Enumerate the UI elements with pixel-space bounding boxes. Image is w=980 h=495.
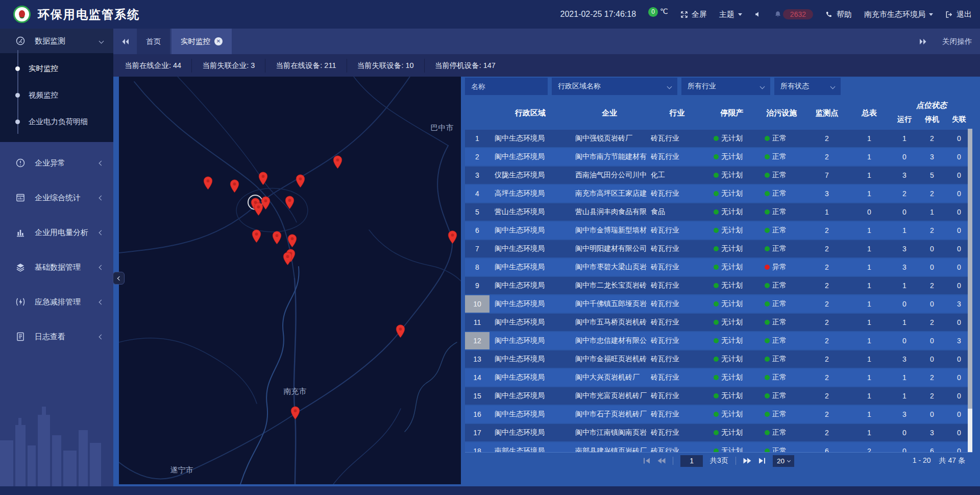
cell-run: 0 xyxy=(891,442,918,452)
close-icon[interactable]: ✕ xyxy=(214,37,223,45)
sidebar-subitem[interactable]: 视频监控 xyxy=(0,82,113,108)
table-row[interactable]: 14阆中生态环境局阆中大兴页岩机砖厂砖瓦行业无计划正常21120 xyxy=(465,369,972,386)
stat-item: 当前停机设备: 147 xyxy=(424,59,506,73)
cell-region: 高坪生态环境局 xyxy=(489,185,571,202)
table-row[interactable]: 17阆中生态环境局阆中市江南镇阆南页岩砖瓦行业无计划正常21030 xyxy=(465,424,972,441)
map-pin-icon[interactable] xyxy=(254,202,263,216)
map-pin-icon[interactable] xyxy=(285,196,295,209)
help-button[interactable]: 帮助 xyxy=(825,10,852,19)
status-dot-icon xyxy=(714,173,719,178)
tabs-scroll-left-button[interactable] xyxy=(113,29,137,54)
status-dot-icon xyxy=(765,338,770,343)
industry-select[interactable]: 所有行业 xyxy=(681,78,770,95)
map-pin-icon[interactable] xyxy=(333,155,342,169)
table-scrollbar[interactable] xyxy=(968,129,972,452)
sidebar-item[interactable]: 企业综合统计 xyxy=(0,184,113,211)
map-pin-icon[interactable] xyxy=(203,176,213,190)
pagination-bar: 1 共3页 20 xyxy=(465,452,972,469)
table-row[interactable]: 9阆中生态环境局阆中市二龙长宝页岩砖砖瓦行业无计划正常21120 xyxy=(465,277,972,294)
chevron-down-icon xyxy=(99,38,104,43)
cell-stop-plan: 无计划 xyxy=(706,277,757,294)
prev-page-button[interactable] xyxy=(657,458,666,464)
cell-points: 3 xyxy=(806,185,848,202)
chevron-down-icon xyxy=(830,84,836,89)
cell-stop: 5 xyxy=(918,167,946,184)
table-row[interactable]: 13阆中生态环境局阆中市金福旺页岩机砖砖瓦行业无计划正常21300 xyxy=(465,350,972,368)
sidebar-item[interactable]: 数据监测 xyxy=(0,29,113,53)
table-row[interactable]: 16阆中生态环境局阆中市石子页岩机砖厂砖瓦行业无计划正常21300 xyxy=(465,406,972,423)
last-page-button[interactable] xyxy=(758,458,766,464)
table-row[interactable]: 18南部生态环境局南部县建兴镇页岩砖厂砖瓦行业无计划正常62060 xyxy=(465,442,972,452)
next-page-button[interactable] xyxy=(743,458,751,464)
table-row[interactable]: 4高坪生态环境局南充市高坪区王家店建砖瓦行业无计划正常31220 xyxy=(465,185,972,202)
sound-button[interactable] xyxy=(754,11,762,18)
cell-run: 2 xyxy=(891,185,918,202)
table-row[interactable]: 15阆中生态环境局阆中市光富页岩机砖厂砖瓦行业无计划正常21120 xyxy=(465,387,972,405)
status-dot-icon xyxy=(765,191,770,196)
status-dot-icon xyxy=(714,412,719,417)
sidebar-item[interactable]: 企业异常 xyxy=(0,149,113,177)
prev-page-icon xyxy=(657,458,666,464)
tab[interactable]: 实时监控✕ xyxy=(172,29,232,54)
map-pin-icon[interactable] xyxy=(396,324,405,338)
table-row[interactable]: 6阆中生态环境局阆中市金博瑞新型墙材砖瓦行业无计划正常21120 xyxy=(465,222,972,239)
notification-button[interactable]: 2632 xyxy=(774,9,813,19)
sidebar-subitem[interactable]: 实时监控 xyxy=(0,55,113,82)
cell-points: 7 xyxy=(806,167,848,184)
map-pin-icon[interactable] xyxy=(448,230,457,244)
org-dropdown[interactable]: 南充市生态环境局 xyxy=(864,10,933,19)
tabs-scroll-right-button[interactable] xyxy=(919,38,927,45)
first-page-button[interactable] xyxy=(643,458,650,464)
tab[interactable]: 首页 xyxy=(137,29,170,54)
table-row[interactable]: 7阆中生态环境局阆中明阳建材有限公司砖瓦行业无计划正常21300 xyxy=(465,240,972,257)
cell-run: 0 xyxy=(891,424,918,441)
logout-button[interactable]: 退出 xyxy=(945,10,972,19)
name-search-input[interactable] xyxy=(465,78,548,95)
sidebar-item[interactable]: 企业用电量分析 xyxy=(0,219,113,246)
sidebar-item-label: 基础数据管理 xyxy=(35,263,100,272)
map-collapse-button[interactable] xyxy=(113,272,125,285)
cell-meters: 1 xyxy=(848,369,891,386)
map-pin-icon[interactable] xyxy=(252,229,261,243)
sidebar-subitem[interactable]: 企业电力负荷明细 xyxy=(0,108,113,135)
map-pin-icon[interactable] xyxy=(272,231,282,245)
cell-index: 15 xyxy=(465,387,489,405)
status-select[interactable]: 所有状态 xyxy=(774,78,841,95)
status-dot-icon xyxy=(714,320,719,325)
page-input[interactable]: 1 xyxy=(680,455,703,467)
sidebar-item[interactable]: 应急减排管理 xyxy=(0,288,113,316)
page-size-select[interactable]: 20 xyxy=(773,455,794,467)
map-pin-icon[interactable] xyxy=(290,406,300,420)
table-row[interactable]: 11阆中生态环境局阆中市五马桥页岩机砖砖瓦行业无计划正常21120 xyxy=(465,314,972,331)
table-row[interactable]: 12阆中生态环境局阆中市忠信建材有限公砖瓦行业无计划正常21003 xyxy=(465,332,972,349)
table-row[interactable]: 2阆中生态环境局阆中市南方节能建材有砖瓦行业无计划正常21030 xyxy=(465,148,972,166)
cell-stop: 0 xyxy=(918,258,946,276)
table-row[interactable]: 8阆中生态环境局阆中市枣碧大梁山页岩砖瓦行业无计划异常21300 xyxy=(465,258,972,276)
table-row[interactable]: 5营山生态环境局营山县润丰肉食品有限食品无计划正常10010 xyxy=(465,203,972,221)
cell-index: 1 xyxy=(465,130,489,147)
map-pin-icon[interactable] xyxy=(283,252,292,266)
status-dot-icon xyxy=(765,228,770,233)
column-header-facility: 治污设施 xyxy=(757,97,806,129)
table-row[interactable]: 3仪陇生态环境局西南油气田分公司川中化工无计划正常71350 xyxy=(465,167,972,184)
cell-stop-plan: 无计划 xyxy=(706,258,757,276)
sidebar-item[interactable]: 基础数据管理 xyxy=(0,253,113,281)
map-pin-icon[interactable] xyxy=(287,234,297,248)
map-pin-icon[interactable] xyxy=(296,174,305,188)
cell-run: 1 xyxy=(891,314,918,331)
map-pin-icon[interactable] xyxy=(230,179,239,193)
region-select[interactable]: 行政区域名称 xyxy=(552,78,677,95)
cell-company: 阆中大兴页岩机砖厂 xyxy=(571,369,648,386)
cell-run: 0 xyxy=(891,148,918,166)
theme-dropdown[interactable]: 主题 xyxy=(719,10,742,19)
close-operations-button[interactable]: 关闭操作 xyxy=(942,37,972,46)
table-row[interactable]: 1阆中生态环境局阆中强锐页岩砖厂砖瓦行业无计划正常21120 xyxy=(465,130,972,147)
sidebar-item[interactable]: 日志查看 xyxy=(0,323,113,350)
sidebar-item-label: 企业用电量分析 xyxy=(35,228,100,238)
table-row[interactable]: 10阆中生态环境局阆中千佛镇五郎垭页岩砖瓦行业无计划正常21003 xyxy=(465,295,972,313)
map-roads xyxy=(119,77,461,484)
fullscreen-button[interactable]: 全屏 xyxy=(680,10,707,19)
map-pin-icon[interactable] xyxy=(258,172,268,185)
cell-meters: 2 xyxy=(848,442,891,452)
cell-run: 1 xyxy=(891,369,918,386)
